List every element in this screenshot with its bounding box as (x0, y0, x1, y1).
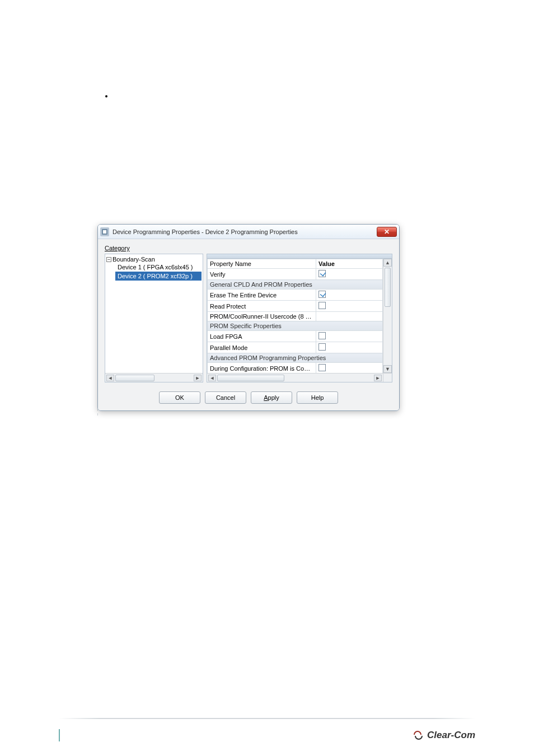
prop-name: Verify (208, 269, 316, 280)
grid-horizontal-scrollbar[interactable]: ◄ ► (207, 373, 383, 382)
scroll-left-icon[interactable]: ◄ (208, 375, 216, 381)
programming-properties-dialog: Device Programming Properties - Device 2… (97, 224, 400, 411)
prop-name: PROM/CoolRunner-II Usercode (8 Hex Digit… (208, 312, 316, 321)
grid-top-bevel (207, 254, 392, 259)
scroll-thumb[interactable] (217, 375, 284, 381)
checkbox-icon[interactable] (318, 332, 326, 339)
checkbox-icon[interactable] (318, 364, 326, 371)
app-icon (100, 227, 109, 236)
cancel-button[interactable]: Cancel (205, 391, 246, 404)
grid-vertical-scrollbar[interactable]: ▲ ▼ (383, 259, 392, 373)
close-icon: ✕ (384, 228, 390, 236)
section-label: PROM Specific Properties (208, 321, 383, 331)
scroll-right-icon[interactable]: ► (374, 375, 382, 381)
grid-section: Advanced PROM Programming Properties (208, 353, 383, 363)
checkbox-icon[interactable] (318, 270, 326, 277)
footer-accent (59, 729, 60, 741)
grid-row[interactable]: Parallel Mode (208, 342, 383, 353)
prop-value[interactable] (316, 290, 383, 301)
help-button[interactable]: Help (297, 391, 338, 404)
prop-name: Erase The Entire Device (208, 290, 316, 301)
scroll-corner (383, 373, 392, 382)
tree-item-label: Device 2 ( PROM2 xcf32p ) (118, 273, 193, 279)
tree-item-label: Device 1 ( FPGA xc6slx45 ) (118, 264, 193, 270)
ok-button[interactable]: OK (159, 391, 200, 404)
category-tree[interactable]: − Boundary-Scan Device 1 ( FPGA xc6slx45… (105, 254, 203, 382)
grid-row[interactable]: Load FPGA (208, 331, 383, 342)
grid-header-row: Property Name Value (208, 259, 383, 269)
dialog-title: Device Programming Properties - Device 2… (113, 228, 298, 235)
split-panes: − Boundary-Scan Device 1 ( FPGA xc6slx45… (105, 254, 392, 382)
page-footer-divider (59, 718, 475, 719)
dialog-button-row: OK Cancel Apply Help (105, 391, 392, 404)
tree-item-device2[interactable]: Device 2 ( PROM2 xcf32p ) (115, 272, 202, 281)
apply-button[interactable]: Apply (251, 391, 292, 404)
prop-name: Load FPGA (208, 331, 316, 342)
scroll-thumb[interactable] (385, 268, 391, 307)
tree-root[interactable]: − Boundary-Scan (106, 256, 202, 263)
checkbox-icon[interactable] (318, 302, 326, 309)
prop-name: Parallel Mode (208, 342, 316, 353)
brand-label: Clear-Com (427, 730, 475, 741)
scroll-up-icon[interactable]: ▲ (383, 259, 392, 267)
grid-viewport: Property Name Value Verify General CPLD … (207, 259, 383, 373)
category-label: Category (105, 245, 392, 251)
checkbox-icon[interactable] (318, 343, 326, 351)
prop-value[interactable] (316, 342, 383, 353)
prop-value[interactable] (316, 312, 383, 321)
col-property-name[interactable]: Property Name (208, 259, 316, 269)
grid-row[interactable]: Verify (208, 269, 383, 280)
section-label: General CPLD And PROM Properties (208, 280, 383, 290)
grid-row[interactable]: During Configuration: PROM is Configurat… (208, 363, 383, 374)
grid-row[interactable]: PROM/CoolRunner-II Usercode (8 Hex Digit… (208, 312, 383, 321)
brand-icon (413, 730, 424, 741)
grid-row[interactable]: Read Protect (208, 301, 383, 312)
prop-value[interactable] (316, 363, 383, 374)
grid-row[interactable]: Erase The Entire Device (208, 290, 383, 301)
prop-value[interactable] (316, 301, 383, 312)
grid-section: General CPLD And PROM Properties (208, 280, 383, 290)
tree-item-device1[interactable]: Device 1 ( FPGA xc6slx45 ) (115, 263, 202, 272)
checkbox-icon[interactable] (318, 291, 326, 298)
scroll-down-icon[interactable]: ▼ (383, 365, 392, 373)
properties-grid: Property Name Value Verify General CPLD … (207, 254, 392, 382)
collapse-icon[interactable]: − (106, 257, 111, 262)
prop-name: Read Protect (208, 301, 316, 312)
prop-value[interactable] (316, 331, 383, 342)
scroll-right-icon[interactable]: ► (194, 375, 202, 381)
brand-logo: Clear-Com (413, 730, 475, 741)
dialog-titlebar[interactable]: Device Programming Properties - Device 2… (98, 225, 399, 239)
prop-name: During Configuration: PROM is Configurat… (208, 363, 316, 374)
tree-root-label: Boundary-Scan (113, 256, 155, 263)
prop-value[interactable] (316, 269, 383, 280)
scroll-thumb[interactable] (115, 375, 154, 381)
svg-rect-1 (103, 230, 106, 234)
section-label: Advanced PROM Programming Properties (208, 353, 383, 363)
dialog-body: Category − Boundary-Scan Device 1 ( FPGA… (98, 239, 399, 410)
scroll-left-icon[interactable]: ◄ (106, 375, 114, 381)
close-button[interactable]: ✕ (377, 227, 397, 237)
page-footer: Clear-Com (59, 729, 475, 741)
grid-section: PROM Specific Properties (208, 321, 383, 331)
bullet-marker (105, 95, 107, 97)
tree-horizontal-scrollbar[interactable]: ◄ ► (105, 373, 203, 382)
col-value[interactable]: Value (316, 259, 383, 269)
